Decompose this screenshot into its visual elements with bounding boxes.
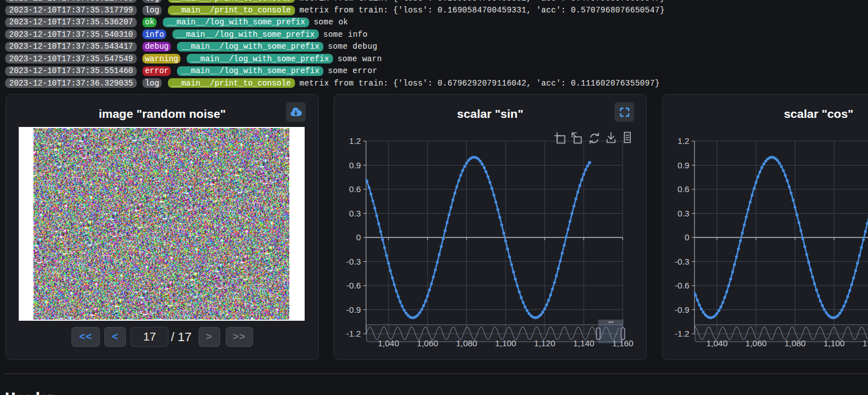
svg-text:-1.2: -1.2 <box>346 329 361 338</box>
svg-text:0.9: 0.9 <box>677 160 689 170</box>
svg-text:-0.6: -0.6 <box>675 281 689 290</box>
svg-text:-0.6: -0.6 <box>346 281 361 290</box>
svg-text:0.3: 0.3 <box>349 209 361 218</box>
svg-text:1.2: 1.2 <box>677 136 689 146</box>
svg-text:0: 0 <box>685 232 689 242</box>
svg-text:0.3: 0.3 <box>677 209 689 218</box>
svg-text:-0.9: -0.9 <box>675 305 689 315</box>
svg-text:1.2: 1.2 <box>349 136 361 146</box>
svg-text:-0.3: -0.3 <box>675 257 689 266</box>
svg-text:0: 0 <box>356 232 361 242</box>
svg-text:-0.3: -0.3 <box>346 257 361 266</box>
svg-text:-0.9: -0.9 <box>346 305 361 315</box>
svg-text:0.6: 0.6 <box>349 184 361 194</box>
svg-text:-1.2: -1.2 <box>675 329 689 338</box>
svg-text:0.6: 0.6 <box>677 184 689 194</box>
svg-text:0.9: 0.9 <box>349 160 361 170</box>
